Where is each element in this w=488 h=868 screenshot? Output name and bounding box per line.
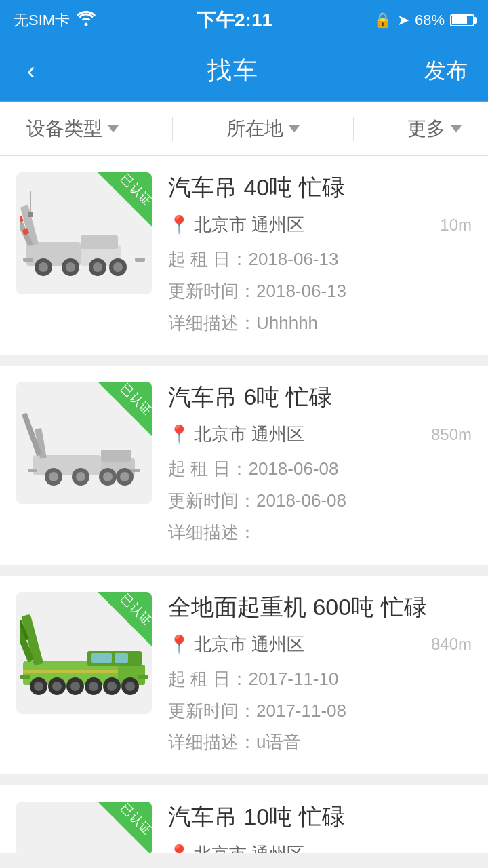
item-info-1: 汽车吊 40吨 忙碌 📍 北京市 通州区 10m 起 租 日：2018-06-1…	[168, 172, 472, 338]
item-distance-1: 10m	[440, 216, 472, 235]
location-pin-icon-2: 📍	[168, 424, 190, 445]
svg-rect-40	[92, 653, 112, 663]
filter-location[interactable]: 所在地	[226, 116, 300, 142]
back-button[interactable]: ‹	[20, 50, 42, 92]
item-info-3: 全地面起重机 600吨 忙碌 📍 北京市 通州区 840m 起 租 日：2017…	[168, 592, 472, 758]
item-meta-1: 起 租 日：2018-06-13 更新时间：2018-06-13 详细描述：Uh…	[168, 243, 472, 338]
list-item[interactable]: 已认证 汽车吊 40吨 忙碌 📍 北京市 通州区 10m 起 租 日：2018-…	[0, 156, 488, 355]
chevron-down-icon-3	[451, 125, 462, 132]
svg-point-57	[125, 682, 135, 691]
svg-rect-60	[23, 670, 118, 673]
item-distance-2: 850m	[431, 425, 472, 444]
filter-divider-1	[172, 117, 173, 141]
location-pin-icon-4: 📍	[168, 844, 190, 853]
item-distance-3: 840m	[431, 635, 472, 654]
item-image-2: 已认证	[16, 382, 152, 504]
battery-percentage: 68%	[415, 12, 445, 29]
wifi-icon	[77, 11, 96, 30]
item-location-row-2: 📍 北京市 通州区 850m	[168, 422, 472, 446]
nav-bar: ‹ 找车 发布	[0, 41, 488, 102]
battery-icon	[450, 14, 474, 26]
item-title-1: 汽车吊 40吨 忙碌	[168, 172, 472, 203]
status-bar: 无SIM卡 下午2:11 🔒 ➤ 68%	[0, 0, 488, 41]
item-image-4: 已认证	[16, 802, 152, 853]
filter-equipment-label: 设备类型	[26, 116, 102, 142]
svg-rect-41	[115, 653, 128, 663]
svg-point-9	[93, 262, 102, 272]
svg-point-11	[113, 262, 123, 272]
item-info-4: 汽车吊 10吨 忙碌 📍 北京市 通州区	[168, 802, 472, 853]
filter-bar: 设备类型 所在地 更多	[0, 102, 488, 156]
chevron-down-icon-2	[289, 125, 300, 132]
item-meta-2: 起 租 日：2018-06-08 更新时间：2018-06-08 详细描述：	[168, 453, 472, 548]
svg-rect-35	[131, 469, 140, 472]
location-icon: ➤	[397, 12, 409, 29]
carrier-label: 无SIM卡	[14, 10, 70, 31]
item-title-4: 汽车吊 10吨 忙碌	[168, 802, 472, 833]
svg-rect-34	[28, 469, 37, 472]
item-info-2: 汽车吊 6吨 忙碌 📍 北京市 通州区 850m 起 租 日：2018-06-0…	[168, 382, 472, 548]
chevron-down-icon	[108, 125, 119, 132]
publish-button[interactable]: 发布	[424, 56, 468, 86]
item-image-3: 已认证	[16, 592, 152, 714]
filter-divider-2	[353, 117, 354, 141]
svg-rect-3	[81, 235, 118, 249]
svg-point-29	[76, 472, 85, 481]
svg-rect-59	[138, 675, 148, 679]
list-item[interactable]: 已认证 汽车吊 6吨 忙碌 📍 北京市 通州区 850m 起 租 日：2018-…	[0, 366, 488, 564]
page-title: 找车	[207, 54, 259, 87]
item-title-2: 汽车吊 6吨 忙碌	[168, 382, 472, 413]
item-image-1: 已认证	[16, 172, 152, 294]
status-time: 下午2:11	[197, 7, 272, 33]
svg-rect-16	[23, 258, 33, 262]
svg-rect-19	[28, 212, 33, 217]
list-item-partial[interactable]: 已认证 汽车吊 10吨 忙碌 📍 北京市 通州区	[0, 785, 488, 853]
lock-icon: 🔒	[373, 12, 392, 29]
item-location-2: 📍 北京市 通州区	[168, 422, 304, 446]
item-location-3: 📍 北京市 通州区	[168, 633, 304, 656]
svg-point-27	[49, 472, 58, 481]
item-location-row-3: 📍 北京市 通州区 840m	[168, 633, 472, 656]
list-item[interactable]: 已认证 全地面起重机 600吨 忙碌 📍 北京市 通州区 840m 起 租 日：…	[0, 576, 488, 774]
certified-badge-1: 已认证	[98, 172, 152, 226]
item-location-row-4: 📍 北京市 通州区	[168, 842, 472, 853]
filter-more-label: 更多	[407, 116, 445, 142]
svg-point-53	[89, 682, 98, 691]
filter-more[interactable]: 更多	[407, 116, 462, 142]
certified-badge-2: 已认证	[98, 382, 152, 436]
item-meta-3: 起 租 日：2017-11-10 更新时间：2017-11-08 详细描述：u语…	[168, 663, 472, 758]
item-location-1: 📍 北京市 通州区	[168, 213, 304, 237]
svg-rect-58	[20, 675, 30, 679]
svg-point-49	[52, 682, 62, 691]
certified-badge-3: 已认证	[98, 592, 152, 646]
svg-point-31	[103, 472, 113, 481]
item-location-4: 📍 北京市 通州区	[168, 842, 304, 853]
location-pin-icon-3: 📍	[168, 634, 190, 655]
svg-point-33	[120, 472, 129, 481]
svg-point-55	[107, 682, 117, 691]
certified-badge-4: 已认证	[98, 802, 152, 853]
location-pin-icon: 📍	[168, 214, 190, 235]
item-location-row-1: 📍 北京市 通州区 10m	[168, 213, 472, 237]
status-left: 无SIM卡	[14, 10, 96, 31]
filter-equipment-type[interactable]: 设备类型	[26, 116, 119, 142]
filter-location-label: 所在地	[226, 116, 283, 142]
svg-point-47	[34, 682, 43, 691]
svg-point-7	[66, 262, 75, 272]
vehicle-list: 已认证 汽车吊 40吨 忙碌 📍 北京市 通州区 10m 起 租 日：2018-…	[0, 156, 488, 853]
svg-rect-17	[135, 258, 145, 262]
svg-point-5	[39, 262, 48, 272]
svg-point-51	[70, 682, 80, 691]
status-right: 🔒 ➤ 68%	[373, 12, 474, 29]
item-title-3: 全地面起重机 600吨 忙碌	[168, 592, 472, 623]
svg-rect-23	[101, 450, 131, 462]
